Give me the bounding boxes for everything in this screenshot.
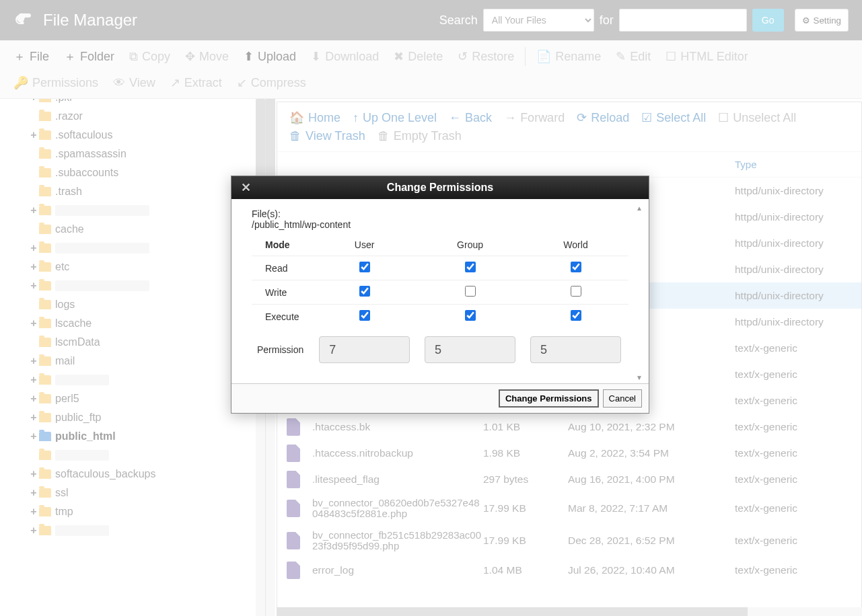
group-header: Group bbox=[417, 234, 523, 256]
write-user-checkbox[interactable] bbox=[359, 286, 370, 297]
arrow-down-icon: ▼ bbox=[635, 374, 643, 382]
write-group-checkbox[interactable] bbox=[465, 286, 476, 297]
modal-footer: Change Permissions Cancel bbox=[231, 383, 649, 413]
write-world-checkbox[interactable] bbox=[571, 286, 581, 297]
exec-user-checkbox[interactable] bbox=[359, 310, 370, 321]
modal-header: ✕ Change Permissions bbox=[231, 176, 649, 199]
mode-header: Mode bbox=[252, 234, 312, 256]
arrow-up-icon: ▲ bbox=[635, 204, 643, 213]
permission-label: Permission bbox=[252, 328, 312, 369]
modal-body: ▲ ▼ File(s): /public_html/wp-content Mod… bbox=[231, 199, 649, 383]
modal-title: Change Permissions bbox=[387, 182, 493, 194]
user-header: User bbox=[312, 234, 417, 256]
read-world-checkbox[interactable] bbox=[571, 262, 581, 272]
close-icon[interactable]: ✕ bbox=[241, 180, 251, 195]
read-user-checkbox[interactable] bbox=[359, 262, 370, 272]
files-label: File(s): bbox=[252, 208, 628, 219]
read-label: Read bbox=[252, 256, 312, 280]
execute-label: Execute bbox=[252, 305, 312, 329]
permissions-table: Mode User Group World Read Write bbox=[252, 234, 628, 369]
change-permissions-button[interactable]: Change Permissions bbox=[499, 389, 599, 408]
file-path: /public_html/wp-content bbox=[252, 219, 628, 230]
change-permissions-modal: ✕ Change Permissions ▲ ▼ File(s): /publi… bbox=[231, 176, 649, 414]
exec-group-checkbox[interactable] bbox=[465, 310, 476, 321]
perm-user-input[interactable] bbox=[319, 336, 410, 363]
read-group-checkbox[interactable] bbox=[465, 262, 476, 272]
write-label: Write bbox=[252, 280, 312, 305]
world-header: World bbox=[523, 234, 628, 256]
perm-world-input[interactable] bbox=[530, 336, 621, 363]
perm-group-input[interactable] bbox=[425, 336, 515, 363]
modal-scrollbar[interactable]: ▲ ▼ bbox=[635, 204, 646, 386]
cancel-button[interactable]: Cancel bbox=[603, 389, 642, 408]
exec-world-checkbox[interactable] bbox=[571, 310, 581, 321]
